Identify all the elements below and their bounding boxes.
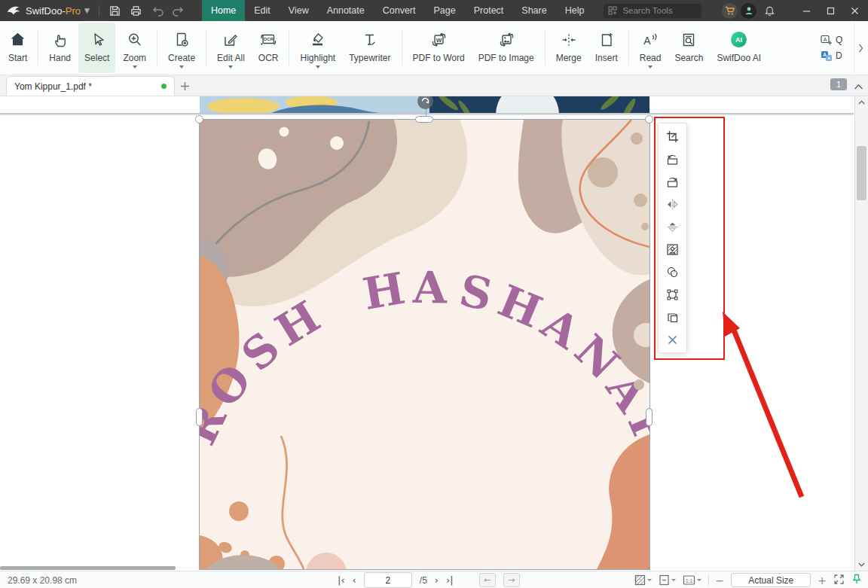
app-identity: SwifDoo-Pro ▼ (0, 2, 188, 20)
swifdoo-pdf-window: SwifDoo-Pro ▼ Home Edit View Annotate Co… (0, 0, 868, 588)
selection-handle-top-right[interactable] (645, 115, 653, 123)
horizontal-scroll-thumb[interactable] (0, 566, 176, 570)
menu-view[interactable]: View (280, 0, 318, 21)
ribbon-button-insert[interactable]: Insert (589, 23, 624, 73)
zoom-out-icon[interactable]: − (716, 575, 725, 586)
menu-protect[interactable]: Protect (465, 0, 513, 21)
divider (99, 5, 99, 17)
menu-annotate[interactable]: Annotate (318, 0, 374, 21)
replace-image-icon[interactable] (659, 238, 686, 260)
vertical-scroll-thumb[interactable] (857, 146, 866, 200)
title-bar-right (722, 0, 868, 21)
menu-help[interactable]: Help (556, 0, 594, 21)
ribbon-button-quick-translate[interactable]: A Q (821, 35, 854, 46)
pdf-canvas[interactable]: ROSHHASHANAH (0, 96, 868, 571)
document-tab-bar: Yom Kippur_1.pdf * 1 (0, 75, 868, 96)
ribbon-button-select[interactable]: Select (78, 23, 115, 73)
page-size-label: 29.69 x 20.98 cm (8, 575, 77, 586)
pin-toolbar-icon[interactable] (851, 574, 862, 587)
translate-plus-icon: A (821, 35, 833, 46)
zoom-ratio-dropdown[interactable]: 1:1 (683, 574, 701, 586)
dropdown-caret-icon (228, 66, 233, 69)
store-cart-icon[interactable] (722, 3, 738, 19)
scroll-down-icon[interactable] (855, 559, 868, 571)
page-background-dropdown[interactable] (634, 574, 652, 586)
total-pages-label: /5 (420, 575, 427, 586)
ribbon-button-typewriter[interactable]: Typewriter (343, 23, 396, 73)
ribbon-button-edit-all[interactable]: Edit All (211, 23, 251, 73)
caret-down-icon (671, 579, 676, 581)
selection-handle-top-center[interactable] (415, 116, 433, 123)
minimize-button[interactable] (796, 0, 817, 21)
svg-text:H: H (359, 263, 409, 320)
next-page-icon[interactable]: › (435, 573, 439, 588)
crop-icon[interactable] (659, 125, 686, 148)
flip-horizontal-icon[interactable] (659, 193, 686, 215)
view-back-icon[interactable]: ← (479, 573, 496, 587)
ribbon-overflow: A Q Aa D (821, 21, 866, 75)
ribbon-button-hand[interactable]: Hand (43, 23, 77, 73)
zoom-in-icon[interactable]: + (818, 575, 827, 586)
previous-page-icon[interactable]: ‹ (353, 573, 356, 588)
scroll-up-icon[interactable] (855, 96, 868, 108)
ribbon-button-highlight[interactable]: Highlight (294, 23, 341, 73)
ribbon-button-search[interactable]: Search (668, 23, 709, 73)
vertical-scrollbar[interactable] (854, 96, 868, 571)
status-bar: 29.69 x 20.98 cm |‹ ‹ /5 › ›| ← → 1:1 (0, 571, 868, 588)
create-document-icon (173, 28, 191, 51)
maximize-button[interactable] (820, 0, 841, 21)
last-page-icon[interactable]: ›| (446, 573, 454, 588)
new-tab-button[interactable] (175, 77, 194, 96)
arrange-order-icon[interactable] (659, 306, 686, 328)
user-account-icon[interactable] (741, 3, 756, 19)
selected-image-rosh-hashanah[interactable]: ROSHHASHANAH (200, 120, 649, 569)
current-page-input[interactable] (364, 572, 412, 588)
ribbon-button-document-translate[interactable]: Aa D (821, 50, 854, 62)
ribbon-button-merge[interactable]: Merge (550, 23, 588, 73)
close-button[interactable] (844, 0, 865, 21)
selection-handle-middle-right[interactable] (646, 408, 653, 426)
one-to-one-icon: 1:1 (683, 574, 695, 586)
redo-icon[interactable] (169, 2, 188, 20)
collapse-panel-chevron-icon[interactable] (854, 80, 863, 93)
fit-screen-icon[interactable] (833, 574, 845, 587)
first-page-icon[interactable]: |‹ (338, 573, 345, 588)
zoom-level-select[interactable]: Actual Size (731, 573, 811, 587)
ribbon-button-ocr[interactable]: OCR OCR (252, 23, 285, 73)
save-icon[interactable] (105, 2, 125, 20)
undo-icon[interactable] (148, 2, 167, 20)
opacity-circles-icon[interactable] (659, 260, 686, 283)
print-icon[interactable] (127, 2, 146, 20)
ribbon-button-pdf-to-image[interactable]: PDF to Image (472, 23, 540, 73)
ribbon-button-read[interactable]: A Read (634, 23, 668, 73)
page-layout-dropdown[interactable] (659, 574, 676, 586)
app-menu-caret-icon[interactable]: ▼ (84, 7, 90, 14)
zoom-magnifier-icon (126, 28, 144, 51)
single-page-icon (659, 574, 670, 586)
menu-convert[interactable]: Convert (374, 0, 425, 21)
ribbon-divider (628, 30, 629, 66)
dropdown-caret-icon (179, 66, 184, 69)
menu-edit[interactable]: Edit (245, 0, 280, 21)
transform-frame-icon[interactable] (659, 283, 686, 306)
menu-home[interactable]: Home (202, 0, 245, 21)
document-tab[interactable]: Yom Kippur_1.pdf * (6, 76, 175, 96)
flip-vertical-icon[interactable] (659, 215, 686, 238)
ribbon-button-pdf-to-word[interactable]: W PDF to Word (407, 23, 471, 73)
notification-bell-icon[interactable] (760, 2, 779, 20)
selection-handle-top-left[interactable] (195, 115, 203, 123)
search-tools-input[interactable] (621, 5, 687, 16)
selection-handle-middle-left[interactable] (196, 408, 203, 426)
menu-share[interactable]: Share (512, 0, 555, 21)
rotate-left-icon[interactable] (659, 148, 686, 170)
ribbon-expand-chevron-icon[interactable] (854, 21, 866, 75)
ribbon-button-start[interactable]: Start (2, 23, 33, 73)
ribbon-button-zoom[interactable]: Zoom (117, 23, 152, 73)
menu-page[interactable]: Page (425, 0, 465, 21)
delete-image-icon[interactable] (659, 328, 686, 351)
ribbon-button-swifdoo-ai[interactable]: AI SwifDoo AI (711, 23, 767, 73)
search-tools-box[interactable] (604, 4, 701, 18)
rotate-right-icon[interactable] (659, 170, 686, 193)
view-forward-icon[interactable]: → (503, 573, 520, 587)
ribbon-button-create[interactable]: Create (162, 23, 201, 73)
